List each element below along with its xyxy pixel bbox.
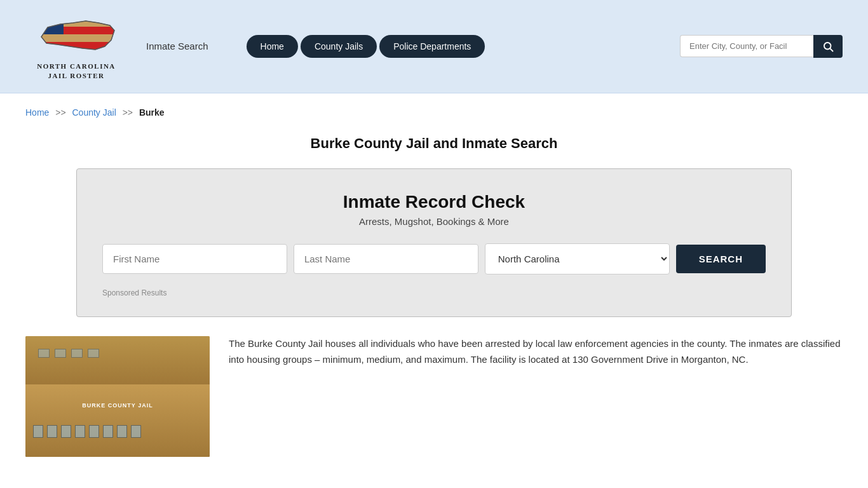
record-check-box: Inmate Record Check Arrests, Mugshot, Bo… xyxy=(76,168,792,317)
main-nav: Home County Jails Police Departments xyxy=(247,35,485,58)
breadcrumb-current: Burke xyxy=(139,107,165,118)
record-check-subtitle: Arrests, Mugshot, Bookings & More xyxy=(102,216,766,227)
logo-image: ★ xyxy=(35,11,118,59)
last-name-input[interactable] xyxy=(294,244,478,274)
description-section: The Burke County Jail houses all individ… xyxy=(25,336,843,457)
page-title: Burke County Jail and Inmate Search xyxy=(0,135,868,152)
jail-image xyxy=(25,336,210,457)
nav-home-button[interactable]: Home xyxy=(247,35,298,58)
header-search-input[interactable] xyxy=(680,35,813,57)
nav-police-departments-button[interactable]: Police Departments xyxy=(379,35,485,58)
svg-line-10 xyxy=(830,48,832,51)
breadcrumb-sep1: >> xyxy=(55,107,65,118)
record-check-title: Inmate Record Check xyxy=(102,192,766,212)
inmate-search-button[interactable]: SEARCH xyxy=(676,245,766,273)
first-name-input[interactable] xyxy=(102,244,287,274)
header: ★ NORTH CAROLINA JAIL ROSTER Inmate Sear… xyxy=(0,0,868,93)
breadcrumb-sep2: >> xyxy=(123,107,133,118)
breadcrumb: Home >> County Jail >> Burke xyxy=(0,93,868,124)
nav-county-jails-button[interactable]: County Jails xyxy=(301,35,377,58)
logo-text: NORTH CAROLINA JAIL ROSTER xyxy=(37,62,116,81)
breadcrumb-home-link[interactable]: Home xyxy=(25,107,49,118)
inmate-search-form: North Carolina SEARCH xyxy=(102,243,766,274)
description-text: The Burke County Jail houses all individ… xyxy=(229,336,843,368)
breadcrumb-county-jail-link[interactable]: County Jail xyxy=(72,107,116,118)
header-search-area xyxy=(680,35,843,58)
header-search-button[interactable] xyxy=(813,35,843,58)
inmate-search-label: Inmate Search xyxy=(146,41,208,51)
sponsored-results-label: Sponsored Results xyxy=(102,288,766,297)
logo-area: ★ NORTH CAROLINA JAIL ROSTER xyxy=(25,11,127,81)
state-select[interactable]: North Carolina xyxy=(485,243,670,274)
search-icon xyxy=(822,41,834,52)
